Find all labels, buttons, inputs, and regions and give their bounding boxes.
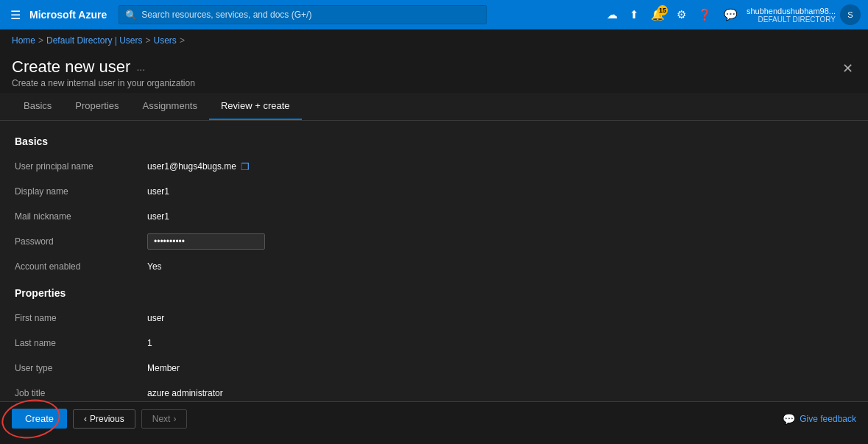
avatar[interactable]: S	[840, 4, 861, 25]
label-display-name: Display name	[15, 186, 147, 197]
feedback-label: Give feedback	[800, 414, 856, 424]
user-menu[interactable]: shubhendushubham98... DEFAULT DIRECTORY …	[747, 4, 861, 25]
upn-value: user1@hugs4bugs.me	[147, 161, 236, 172]
value-mail-nickname: user1	[147, 211, 169, 222]
tab-review-create[interactable]: Review + create	[209, 93, 302, 120]
user-directory: DEFAULT DIRECTORY	[747, 15, 836, 24]
next-arrow-icon: ›	[173, 414, 176, 424]
main-content: Basics User principal name user1@hugs4bu…	[0, 121, 868, 401]
notifications-icon[interactable]: 🔔 15	[648, 5, 668, 24]
label-job-title: Job title	[15, 388, 147, 398]
value-user-type: Member	[147, 363, 180, 373]
previous-arrow-icon: ‹	[84, 414, 87, 424]
label-last-name: Last name	[15, 338, 147, 348]
help-icon[interactable]: ❓	[695, 5, 715, 24]
bottom-bar: Create ‹ Previous Next › 💬 Give feedback	[0, 401, 868, 435]
breadcrumb-sep-1: >	[38, 35, 43, 46]
field-first-name: First name user	[15, 309, 853, 327]
user-info: shubhendushubham98... DEFAULT DIRECTORY	[747, 7, 836, 24]
settings-icon[interactable]: ⚙	[674, 5, 689, 24]
create-button[interactable]: Create	[12, 409, 67, 429]
label-first-name: First name	[15, 313, 147, 323]
label-user-principal-name: User principal name	[15, 161, 147, 172]
breadcrumb: Home > Default Directory | Users > Users…	[0, 29, 868, 52]
copy-icon[interactable]: ❐	[241, 161, 250, 172]
value-password	[147, 233, 265, 250]
value-display-name: user1	[147, 186, 169, 197]
topbar-icons: ☁ ⬆ 🔔 15 ⚙ ❓ 💬 shubhendushubham98... DEF…	[604, 4, 861, 25]
breadcrumb-home[interactable]: Home	[12, 35, 35, 46]
field-account-enabled: Account enabled Yes	[15, 258, 853, 275]
topbar: ☰ Microsoft Azure 🔍 ☁ ⬆ 🔔 15 ⚙ ❓ 💬 shubh…	[0, 0, 868, 29]
page-header: Create new user ... Create a new interna…	[0, 52, 868, 93]
search-icon: 🔍	[125, 10, 137, 21]
field-user-principal-name: User principal name user1@hugs4bugs.me ❐	[15, 158, 853, 175]
field-job-title: Job title azure administrator	[15, 384, 853, 401]
create-wrapper: Create	[12, 409, 67, 429]
next-button[interactable]: Next ›	[141, 409, 188, 429]
field-mail-nickname: Mail nickname user1	[15, 208, 853, 225]
previous-button[interactable]: ‹ Previous	[73, 409, 135, 429]
label-account-enabled: Account enabled	[15, 261, 147, 272]
value-account-enabled: Yes	[147, 261, 162, 272]
breadcrumb-sep-3: >	[180, 35, 185, 46]
field-user-type: User type Member	[15, 359, 853, 377]
breadcrumb-directory[interactable]: Default Directory | Users	[46, 35, 142, 46]
previous-label: Previous	[90, 414, 124, 424]
tab-assignments[interactable]: Assignments	[131, 93, 209, 120]
value-first-name: user	[147, 313, 164, 323]
tab-basics[interactable]: Basics	[12, 93, 63, 120]
close-button[interactable]: ✕	[839, 57, 856, 80]
azure-logo: Microsoft Azure	[29, 9, 107, 21]
feedback-topbar-icon[interactable]: 💬	[721, 5, 741, 24]
field-display-name: Display name user1	[15, 183, 853, 200]
properties-section-title: Properties	[15, 287, 853, 299]
hamburger-menu-icon[interactable]: ☰	[7, 5, 24, 25]
basics-section-title: Basics	[15, 135, 853, 147]
user-name: shubhendushubham98...	[747, 7, 836, 15]
value-user-principal-name: user1@hugs4bugs.me ❐	[147, 161, 250, 172]
label-password: Password	[15, 236, 147, 247]
search-input[interactable]	[141, 10, 480, 20]
tab-bar: Basics Properties Assignments Review + c…	[0, 93, 868, 121]
breadcrumb-users[interactable]: Users	[154, 35, 177, 46]
notification-badge: 15	[657, 5, 668, 15]
more-options-button[interactable]: ...	[136, 61, 145, 73]
feedback-button[interactable]: 💬 Give feedback	[783, 413, 856, 425]
value-job-title: azure administrator	[147, 388, 223, 398]
cloud-shell-icon[interactable]: ☁	[604, 5, 621, 24]
field-password: Password	[15, 233, 853, 250]
breadcrumb-sep-2: >	[146, 35, 151, 46]
password-field[interactable]	[147, 233, 265, 250]
value-last-name: 1	[147, 338, 152, 348]
upload-icon[interactable]: ⬆	[627, 5, 642, 24]
page-subtitle: Create a new internal user in your organ…	[12, 78, 195, 88]
label-user-type: User type	[15, 363, 147, 373]
field-last-name: Last name 1	[15, 334, 853, 352]
next-label: Next	[152, 414, 171, 424]
feedback-icon: 💬	[783, 413, 795, 425]
avatar-initials: S	[847, 10, 853, 19]
tab-properties[interactable]: Properties	[63, 93, 130, 120]
page-title: Create new user	[12, 57, 130, 77]
label-mail-nickname: Mail nickname	[15, 211, 147, 222]
search-bar[interactable]: 🔍	[119, 5, 487, 24]
